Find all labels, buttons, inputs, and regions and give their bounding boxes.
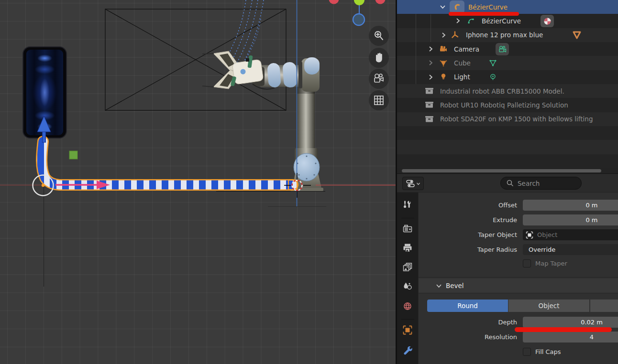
bevel-tab-round[interactable]: Round — [427, 300, 508, 312]
tab-world[interactable] — [403, 301, 412, 313]
3d-viewport[interactable] — [0, 0, 396, 364]
annotation-underline-depth — [515, 327, 612, 332]
object-picker-icon — [526, 231, 533, 239]
outliner-row-library-sda20f[interactable]: Robot SDA20F on KMP 1500 with bellows li… — [397, 112, 618, 126]
fill-caps-checkbox[interactable] — [523, 348, 531, 356]
bevel-tab-object[interactable]: Object — [508, 300, 589, 312]
green-marker[interactable] — [69, 151, 77, 159]
outliner-label: Robot SDA20F on KMP 1500 with bellows li… — [440, 115, 593, 123]
tab-scene[interactable] — [403, 281, 412, 293]
light-object-icon — [439, 73, 448, 81]
outliner-label: Light — [454, 73, 470, 81]
outliner-row-light[interactable]: Light — [397, 70, 618, 84]
mesh-triangle-icon — [572, 30, 582, 40]
pan-button[interactable] — [369, 48, 389, 68]
properties-tab-rail — [397, 193, 419, 364]
mesh-object-icon — [439, 59, 448, 67]
extrude-field[interactable]: 0 m — [523, 214, 618, 225]
robot-arm[interactable] — [202, 51, 323, 191]
robot-column — [297, 86, 315, 159]
annotation-underline-beziercurve — [449, 12, 519, 16]
outliner-scrollbar-track[interactable] — [397, 168, 618, 173]
tab-render[interactable] — [403, 224, 412, 236]
properties-header: Search — [397, 173, 618, 193]
light-data-icon — [488, 73, 497, 82]
bezier-curve-path[interactable] — [42, 141, 293, 185]
viewport-overlay — [0, 0, 396, 364]
empty-axes-icon — [451, 31, 459, 39]
grid-ortho-button[interactable] — [369, 90, 389, 110]
chevron-down-icon — [436, 283, 442, 289]
camera-view-button[interactable] — [369, 69, 389, 89]
properties-editor-icon — [406, 180, 415, 188]
bevel-title: Bevel — [446, 282, 464, 289]
taper-radius-label: Taper Radius — [419, 244, 517, 255]
bevel-tab-profile-clipped[interactable] — [590, 300, 618, 312]
taper-radius-dropdown[interactable]: Override — [523, 244, 618, 255]
outliner-scrollbar[interactable] — [402, 169, 601, 172]
chevron-right-icon[interactable] — [427, 74, 434, 81]
tab-view-layer[interactable] — [403, 262, 412, 274]
outliner-label: Robot UR10 Robotiq Palletizing Solution — [440, 101, 568, 109]
taper-object-field[interactable]: Object — [523, 229, 618, 240]
outliner-row-cube[interactable]: Cube — [397, 56, 618, 70]
offset-label: Offset — [419, 200, 517, 211]
axis-gizmo[interactable] — [329, 0, 386, 25]
bevel-panel-header[interactable]: Bevel — [419, 278, 618, 293]
outliner-row-library-ur10[interactable]: Robot UR10 Robotiq Palletizing Solution — [397, 98, 618, 112]
tab-object[interactable] — [403, 325, 413, 337]
outliner-label: Camera — [454, 45, 479, 53]
search-placeholder: Search — [518, 180, 540, 187]
properties-panel: Offset 0 m Extrude 0 m Taper Object Obje… — [397, 193, 618, 364]
outliner-row-iphone[interactable]: Iphone 12 pro max blue — [397, 28, 618, 42]
tab-modifiers[interactable] — [403, 345, 412, 357]
library-box-icon — [425, 86, 434, 96]
tab-tool[interactable] — [403, 200, 412, 212]
axis-x-ball[interactable] — [329, 0, 339, 4]
chevron-right-icon[interactable] — [440, 32, 447, 39]
editor-type-button[interactable] — [402, 177, 424, 190]
axis-z-ball[interactable] — [353, 14, 364, 25]
fill-caps-label: Fill Caps — [535, 348, 561, 356]
extrude-label: Extrude — [419, 214, 517, 225]
axis-x2-ball[interactable] — [375, 0, 386, 4]
zoom-in-button[interactable] — [369, 26, 389, 46]
curve-data-icon — [467, 17, 475, 25]
outliner-row-beziercurve-data[interactable]: BézierCurve — [397, 14, 618, 28]
camera-frame[interactable] — [105, 9, 286, 110]
outliner-label: BézierCurve — [468, 3, 508, 11]
curve-geometry-fields: Offset 0 m Extrude 0 m Taper Object Obje… — [419, 193, 618, 364]
taper-object-label: Taper Object — [419, 229, 517, 240]
outliner-row-library-abb[interactable]: Industrial robot ABB CRB15000 Model. — [397, 84, 618, 98]
depth-field[interactable]: 0.02 m — [523, 317, 618, 328]
outliner-label: Cube — [454, 59, 471, 67]
outliner-label: Industrial robot ABB CRB15000 Model. — [440, 87, 564, 95]
axis-y-ball[interactable] — [354, 0, 364, 5]
viewport-nav — [369, 26, 389, 110]
map-taper-checkbox[interactable] — [523, 259, 531, 268]
camera-data-icon[interactable] — [496, 43, 509, 55]
resolution-label: Resolution — [419, 332, 517, 343]
outliner-label: Iphone 12 pro max blue — [466, 31, 543, 39]
properties-search-input[interactable]: Search — [500, 177, 582, 190]
chevron-down-icon — [416, 182, 420, 186]
camera-object-icon — [439, 45, 448, 54]
map-taper-label: Map Taper — [535, 259, 567, 268]
outliner-label: BézierCurve — [482, 17, 521, 25]
tab-output[interactable] — [403, 243, 412, 255]
taper-object-placeholder: Object — [537, 231, 557, 238]
resolution-field[interactable]: 4 — [523, 332, 618, 343]
chevron-right-icon[interactable] — [454, 17, 462, 24]
chevron-down-icon[interactable] — [439, 3, 446, 11]
search-icon — [507, 180, 514, 187]
outliner-row-camera[interactable]: Camera — [397, 42, 618, 56]
chevron-right-icon[interactable] — [427, 59, 434, 66]
robot-base-hub — [294, 153, 320, 181]
blender-window: BézierCurve BézierCurve — [0, 0, 618, 364]
outliner-panel[interactable]: BézierCurve BézierCurve — [397, 0, 618, 168]
offset-field[interactable]: 0 m — [523, 200, 618, 211]
library-box-icon — [425, 100, 434, 109]
chevron-right-icon[interactable] — [427, 45, 434, 53]
library-box-icon — [425, 115, 434, 124]
material-icon[interactable] — [541, 15, 554, 27]
